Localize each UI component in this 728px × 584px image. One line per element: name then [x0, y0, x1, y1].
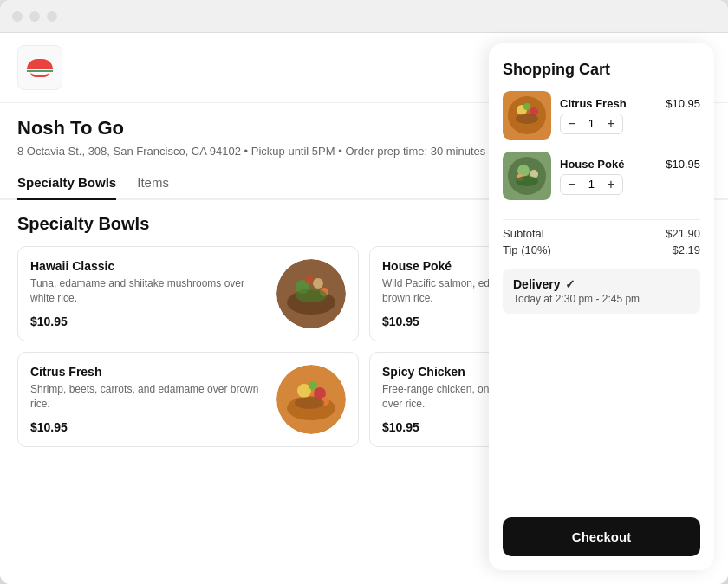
- logo-bowl-top: [27, 59, 53, 69]
- item-price: $10.95: [30, 315, 268, 328]
- restaurant-address: 8 Octavia St., 308, San Francisco, CA 94…: [17, 145, 241, 158]
- minimize-button[interactable]: [29, 11, 40, 22]
- tip-row: Tip (10%) $2.19: [503, 243, 700, 256]
- restaurant-logo: [17, 45, 62, 90]
- menu-item-hawaii-classic[interactable]: Hawaii Classic Tuna, edamame and shiitak…: [17, 246, 359, 341]
- delivery-time: Today at 2:30 pm - 2:45 pm: [513, 293, 690, 305]
- menu-item-citrus-fresh[interactable]: Citrus Fresh Shrimp, beets, carrots, and…: [17, 352, 359, 447]
- qty-decrease-1[interactable]: −: [566, 116, 577, 132]
- qty-increase-2[interactable]: +: [605, 177, 616, 192]
- cart-item-price-1: $10.95: [666, 97, 700, 110]
- cart-item-image-2: [503, 152, 551, 200]
- svg-point-33: [516, 114, 538, 124]
- shopping-cart: Shopping Cart Citrus Fresh: [489, 43, 714, 570]
- svg-point-20: [295, 397, 324, 409]
- tab-specialty-bowls[interactable]: Specialty Bowls: [17, 166, 116, 200]
- tab-items[interactable]: Items: [137, 166, 169, 200]
- close-button[interactable]: [12, 11, 23, 22]
- cart-item-2: House Poké $10.95 − 1 +: [503, 152, 700, 200]
- item-image-hawaii: [276, 259, 346, 328]
- cart-item-1: Citrus Fresh $10.95 − 1 +: [503, 91, 700, 140]
- delivery-check: ✓: [565, 277, 575, 291]
- qty-decrease-2[interactable]: −: [566, 177, 577, 192]
- item-image-citrus: [276, 365, 346, 434]
- cart-item-price-2: $10.95: [666, 158, 700, 171]
- svg-point-18: [309, 381, 317, 390]
- cart-divider: [503, 219, 700, 220]
- svg-point-3: [313, 278, 323, 289]
- item-name: Citrus Fresh: [30, 365, 268, 379]
- cart-title: Shopping Cart: [503, 61, 700, 79]
- cart-item-image-1: [503, 91, 551, 140]
- delivery-label: Delivery: [513, 277, 560, 291]
- tip-label: Tip (10%): [503, 243, 551, 256]
- qty-control-2: − 1 +: [560, 174, 623, 195]
- delivery-box[interactable]: Delivery ✓ Today at 2:30 pm - 2:45 pm: [503, 269, 700, 314]
- pickup-info: Pickup until 5PM: [251, 145, 335, 158]
- subtotal-row: Subtotal $21.90: [503, 227, 700, 240]
- qty-increase-1[interactable]: +: [605, 116, 616, 132]
- item-name: Hawaii Classic: [30, 259, 268, 273]
- svg-point-5: [305, 276, 314, 284]
- svg-point-6: [296, 289, 327, 302]
- cart-item-name-1: Citrus Fresh: [560, 97, 627, 110]
- item-description: Shrimp, beets, carrots, and edamame over…: [30, 382, 268, 412]
- tip-value: $2.19: [672, 243, 700, 256]
- svg-point-39: [516, 176, 538, 186]
- qty-value-1: 1: [584, 117, 598, 130]
- qty-control-1: − 1 +: [560, 114, 623, 134]
- cart-item-name-2: House Poké: [560, 158, 624, 171]
- maximize-button[interactable]: [47, 11, 57, 22]
- subtotal-label: Subtotal: [503, 227, 544, 240]
- item-description: Tuna, edamame and shiitake mushrooms ove…: [30, 276, 268, 306]
- item-price: $10.95: [30, 420, 268, 434]
- prep-time: Order prep time: 30 minutes: [345, 145, 485, 158]
- logo-bowl-bottom: [30, 72, 49, 77]
- checkout-button[interactable]: Checkout: [503, 517, 700, 556]
- svg-point-32: [523, 103, 530, 110]
- qty-value-2: 1: [584, 178, 598, 191]
- subtotal-value: $21.90: [666, 227, 700, 240]
